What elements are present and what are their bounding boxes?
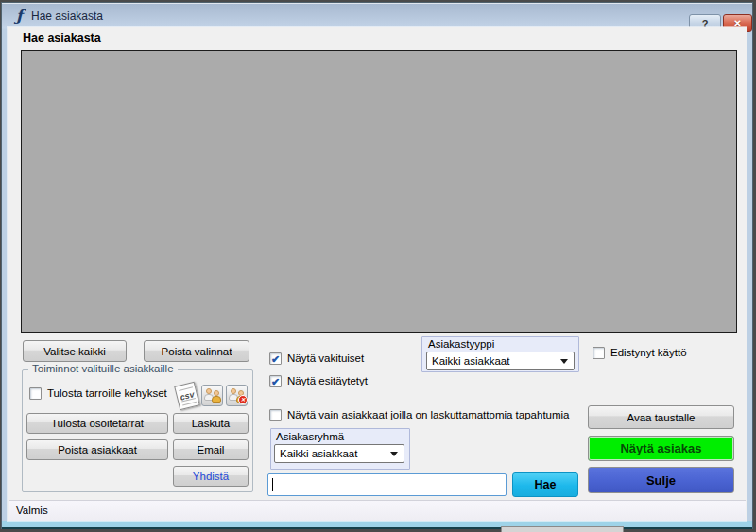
customer-group-label: Asiakasryhmä: [276, 431, 344, 442]
show-prefilled-label[interactable]: Näytä esitäytetyt: [287, 375, 368, 387]
csv-line: [182, 402, 197, 406]
chevron-down-icon: [390, 452, 398, 460]
person-head: [231, 388, 236, 394]
search-button[interactable]: Hae: [512, 472, 578, 497]
delete-customers-button[interactable]: Poista asiakkaat: [26, 439, 168, 460]
customers-icon-button[interactable]: [201, 385, 223, 406]
advanced-use-checkbox[interactable]: [593, 347, 605, 359]
text-cursor: [272, 478, 273, 491]
customer-type-selected-value: Kaikki asiakkaat: [432, 355, 509, 367]
search-input[interactable]: [267, 473, 507, 496]
background-window-edge: [501, 526, 624, 532]
status-bar: Valmis: [9, 500, 746, 521]
print-address-labels-button[interactable]: Tulosta osoitetarrat: [26, 413, 168, 434]
show-regular-label[interactable]: Näytä vakituiset: [287, 352, 364, 365]
customer-list-panel[interactable]: [21, 50, 737, 333]
customer-group-selected-value: Kaikki asiakkaat: [280, 448, 357, 459]
open-background-button[interactable]: Avaa taustalle: [588, 405, 734, 429]
unbilled-only-label[interactable]: Näytä vain asiakkaat joilla on laskuttam…: [287, 409, 570, 421]
print-frames-checkbox[interactable]: [29, 387, 42, 400]
customer-type-label: Asiakastyyppi: [428, 338, 494, 350]
person-head: [206, 388, 212, 394]
actions-groupbox-label: Toiminnot valituille asiakkaille: [28, 363, 178, 374]
clear-selection-button[interactable]: Poista valinnat: [144, 340, 249, 362]
unbilled-only-checkbox[interactable]: [269, 409, 282, 421]
close-dialog-button[interactable]: Sulje: [588, 467, 734, 493]
email-button[interactable]: Email: [173, 439, 249, 460]
screen: ƒ Hae asiakasta ? ✕ Hae asiakasta Valits…: [0, 0, 756, 532]
page-title: Hae asiakasta: [23, 31, 101, 44]
customers-icon: [204, 388, 221, 403]
show-prefilled-checkbox[interactable]: ✔: [269, 375, 282, 387]
remove-customers-icon-button[interactable]: ✕: [226, 385, 248, 406]
window-title: Hae asiakasta: [31, 9, 103, 23]
invoice-button[interactable]: Laskuta: [173, 413, 249, 434]
csv-label: csv: [177, 389, 198, 403]
customers-remove-icon: ✕: [229, 388, 246, 403]
print-frames-label[interactable]: Tulosta tarroille kehykset: [47, 387, 167, 400]
customer-type-dropdown[interactable]: Kaikki asiakkaat: [426, 352, 575, 370]
app-logo-icon: ƒ: [11, 8, 27, 24]
red-x-badge-icon: ✕: [238, 395, 248, 404]
customer-group-dropdown[interactable]: Kaikki asiakkaat: [274, 444, 404, 463]
person-head: [214, 390, 219, 396]
select-all-button[interactable]: Valitse kaikki: [23, 340, 127, 362]
chevron-down-icon: [560, 359, 568, 368]
merge-button[interactable]: Yhdistä: [173, 466, 249, 487]
show-regular-checkbox[interactable]: ✔: [269, 352, 282, 365]
person-body: [212, 396, 221, 403]
window-bottom-frame: [2, 521, 752, 529]
advanced-use-label[interactable]: Edistynyt käyttö: [610, 347, 687, 359]
status-text: Valmis: [16, 505, 48, 516]
checkmark-icon: ✔: [271, 377, 280, 386]
titlebar[interactable]: ƒ Hae asiakasta ? ✕: [1, 2, 753, 28]
show-customer-button[interactable]: Näytä asiakas: [588, 436, 734, 461]
checkmark-icon: ✔: [271, 354, 280, 364]
